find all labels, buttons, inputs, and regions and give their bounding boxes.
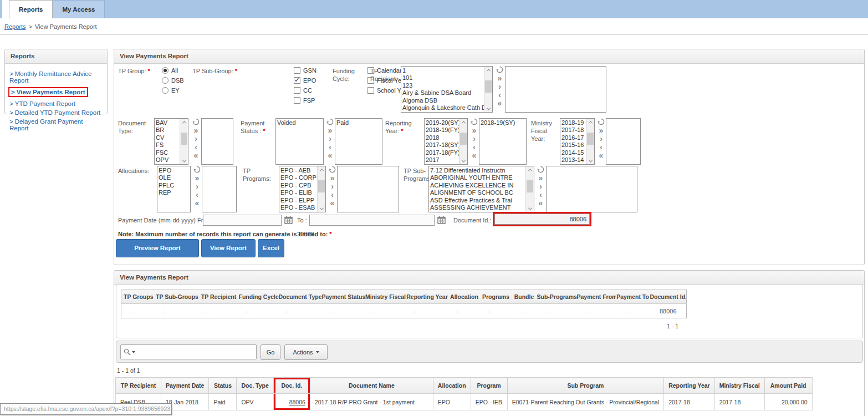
list-option[interactable]: 1	[402, 67, 484, 74]
checkbox-icon[interactable]	[294, 67, 300, 74]
list-option[interactable]: 2014-15	[561, 149, 586, 156]
move-all-right-icon[interactable]: »	[498, 74, 502, 83]
shuttle-reset-icon[interactable]	[598, 118, 605, 126]
move-all-right-icon[interactable]: »	[472, 126, 477, 135]
reporting-year-selected-list[interactable]: 2018-19(SY)	[479, 118, 527, 165]
list-option[interactable]: Voided	[277, 119, 322, 126]
sidebar-item-ytd-payment[interactable]: >YTD Payment Report	[9, 100, 103, 107]
list-scrollbar[interactable]	[180, 119, 188, 164]
list-option[interactable]: ASD Effective Practices & Trai	[430, 197, 525, 204]
move-left-icon[interactable]: ‹	[329, 143, 331, 151]
shuttle-reset-icon[interactable]	[471, 118, 478, 126]
document-type-selected-box[interactable]	[201, 118, 233, 165]
move-all-right-icon[interactable]: »	[330, 174, 335, 182]
radio-all[interactable]: All	[162, 65, 184, 75]
move-all-right-icon[interactable]: »	[328, 126, 333, 135]
list-option[interactable]: PFLC	[159, 182, 189, 189]
list-scrollbar[interactable]	[525, 166, 534, 212]
results-col-reporting-year[interactable]: Reporting Year	[664, 378, 715, 394]
breadcrumb-reports-link[interactable]: Reports	[4, 23, 26, 30]
list-option[interactable]: 2015-16	[561, 141, 586, 149]
move-left-icon[interactable]: ‹	[331, 191, 334, 199]
scrollbar-thumb[interactable]	[318, 180, 325, 192]
checkbox-fsp[interactable]: FSP	[294, 95, 316, 105]
checkbox-icon[interactable]	[294, 97, 300, 104]
list-option[interactable]: 7-12 Differentiated Instructn	[430, 167, 525, 174]
list-option[interactable]: 2019-20(SY)	[426, 119, 459, 126]
move-right-icon[interactable]: ›	[600, 135, 603, 143]
move-all-left-icon[interactable]: «	[194, 151, 198, 160]
scroll-up-icon[interactable]	[586, 119, 594, 125]
list-option[interactable]: REP	[159, 189, 189, 196]
list-option[interactable]: OPV	[156, 156, 180, 164]
radio-icon[interactable]	[162, 67, 169, 74]
results-col-amount-paid[interactable]: Amount Paid	[764, 378, 812, 394]
tp-programs-selected-box[interactable]	[337, 166, 399, 212]
tp-recipient-list[interactable]: 1 101 123 Airy & Sabine DSA Board Algoma…	[401, 66, 493, 113]
scrollbar-thumb[interactable]	[527, 180, 533, 192]
list-option[interactable]: BAV	[156, 119, 180, 126]
preview-report-button[interactable]: Preview Report	[116, 239, 199, 257]
list-option[interactable]: 2017-18	[561, 126, 586, 134]
tp-sub-programs-list[interactable]: 7-12 Differentiated Instructn ABORIGINAL…	[428, 166, 534, 212]
list-option[interactable]: 2017-18(SY)	[426, 141, 459, 149]
document-id-input[interactable]: 88006	[494, 214, 590, 225]
results-col-doc-type[interactable]: Doc. Type	[237, 378, 273, 394]
list-option[interactable]: 2018-19	[561, 119, 586, 126]
results-col-document-name[interactable]: Document Name	[310, 378, 433, 394]
results-col-program[interactable]: Program	[471, 378, 507, 394]
move-all-left-icon[interactable]: «	[599, 151, 604, 160]
move-all-right-icon[interactable]: »	[599, 126, 604, 135]
scroll-down-icon[interactable]	[459, 158, 467, 164]
payment-date-from-input[interactable]	[203, 215, 282, 226]
move-all-left-icon[interactable]: «	[328, 151, 333, 160]
list-option[interactable]: 2018-19(SY)	[481, 119, 525, 126]
results-col-sub-program[interactable]: Sub Program	[507, 378, 664, 394]
move-right-icon[interactable]: ›	[539, 182, 542, 191]
checkbox-icon[interactable]	[367, 87, 374, 94]
move-left-icon[interactable]: ‹	[600, 143, 603, 151]
list-option[interactable]: EPO - ELIB	[280, 189, 317, 196]
list-option[interactable]: EPO - ELPP	[280, 197, 317, 204]
results-col-doc-id[interactable]: Doc. Id.	[273, 378, 310, 394]
radio-icon[interactable]	[162, 77, 169, 84]
scroll-down-icon[interactable]	[180, 158, 188, 164]
list-option[interactable]: 2017-18(FY)	[426, 149, 459, 156]
list-option[interactable]: ACHIEVING EXCELLENCE IN	[430, 182, 525, 189]
move-all-right-icon[interactable]: »	[539, 174, 543, 182]
search-input[interactable]	[120, 344, 257, 359]
list-scrollbar[interactable]	[317, 166, 325, 212]
list-option[interactable]: EPO - CPB	[280, 182, 317, 189]
shuttle-reset-icon[interactable]	[326, 118, 334, 126]
list-option[interactable]: Airy & Sabine DSA Board	[402, 89, 484, 97]
sidebar-item-delayed-grant[interactable]: >Delayed Grant Payment Report	[9, 118, 103, 131]
list-option[interactable]: FSC	[156, 149, 180, 156]
search-icon[interactable]	[124, 348, 131, 356]
move-right-icon[interactable]: ›	[195, 135, 197, 143]
list-option[interactable]: EPO - CORP	[280, 174, 317, 181]
payment-status-selected-list[interactable]: Paid	[335, 118, 382, 165]
payment-date-to-input[interactable]	[309, 215, 435, 226]
move-right-icon[interactable]: ›	[329, 135, 331, 143]
excel-button[interactable]: Excel	[258, 239, 284, 257]
move-all-left-icon[interactable]: «	[330, 199, 335, 207]
radio-ey[interactable]: EY	[162, 85, 184, 95]
move-right-icon[interactable]: ›	[196, 182, 198, 191]
shuttle-reset-icon[interactable]	[537, 166, 544, 174]
move-left-icon[interactable]: ‹	[195, 143, 197, 151]
results-col-ministry-fiscal[interactable]: Ministry Fiscal	[714, 378, 764, 394]
checkbox-icon[interactable]	[294, 87, 300, 94]
actions-button[interactable]: Actions	[284, 344, 328, 360]
results-col-allocation[interactable]: Allocation	[433, 378, 471, 394]
list-option[interactable]: EPO - AEB	[280, 167, 317, 174]
checkbox-cc[interactable]: CC	[294, 85, 316, 95]
list-option[interactable]: Paid	[336, 119, 381, 126]
shuttle-reset-icon[interactable]	[193, 166, 201, 174]
shuttle-reset-icon[interactable]	[496, 66, 503, 74]
list-option[interactable]: OLE	[159, 174, 189, 181]
list-option[interactable]: 2013-14	[561, 156, 586, 164]
move-left-icon[interactable]: ‹	[196, 191, 198, 199]
search-options-caret-icon[interactable]	[132, 351, 135, 353]
list-option[interactable]: 2016-17	[561, 134, 586, 141]
scroll-up-icon[interactable]	[484, 67, 492, 73]
